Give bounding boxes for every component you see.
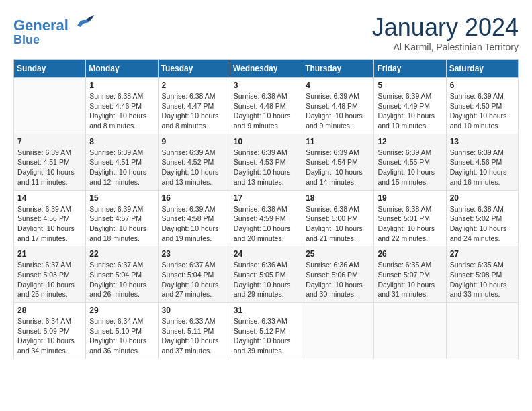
calendar-cell: 21Sunrise: 6:37 AM Sunset: 5:03 PM Dayli… <box>14 246 86 303</box>
day-info: Sunrise: 6:39 AM Sunset: 4:58 PM Dayligh… <box>162 204 226 244</box>
calendar-cell: 9Sunrise: 6:39 AM Sunset: 4:52 PM Daylig… <box>158 134 230 190</box>
day-info: Sunrise: 6:39 AM Sunset: 4:50 PM Dayligh… <box>450 91 515 131</box>
col-header-sunday: Sunday <box>14 60 86 78</box>
calendar-cell: 27Sunrise: 6:35 AM Sunset: 5:08 PM Dayli… <box>446 246 518 303</box>
calendar-cell <box>302 303 374 359</box>
calendar-cell: 18Sunrise: 6:38 AM Sunset: 5:00 PM Dayli… <box>302 190 374 246</box>
day-info: Sunrise: 6:34 AM Sunset: 5:09 PM Dayligh… <box>17 316 82 356</box>
logo-bird-icon <box>74 13 94 30</box>
week-row-1: 1Sunrise: 6:38 AM Sunset: 4:46 PM Daylig… <box>14 78 519 134</box>
logo: General Blue <box>13 13 94 47</box>
calendar-cell: 14Sunrise: 6:39 AM Sunset: 4:56 PM Dayli… <box>14 190 86 246</box>
day-number: 13 <box>450 137 515 146</box>
day-info: Sunrise: 6:39 AM Sunset: 4:56 PM Dayligh… <box>450 148 515 187</box>
calendar-cell: 22Sunrise: 6:37 AM Sunset: 5:04 PM Dayli… <box>86 246 158 303</box>
day-number: 9 <box>162 137 226 146</box>
day-info: Sunrise: 6:39 AM Sunset: 4:53 PM Dayligh… <box>234 148 298 187</box>
day-number: 8 <box>89 137 154 146</box>
day-info: Sunrise: 6:38 AM Sunset: 5:01 PM Dayligh… <box>378 204 442 244</box>
calendar-cell: 11Sunrise: 6:39 AM Sunset: 4:54 PM Dayli… <box>302 134 374 190</box>
day-number: 22 <box>89 249 154 259</box>
calendar-cell: 13Sunrise: 6:39 AM Sunset: 4:56 PM Dayli… <box>446 134 518 190</box>
day-info: Sunrise: 6:39 AM Sunset: 4:52 PM Dayligh… <box>162 148 226 187</box>
col-header-wednesday: Wednesday <box>230 60 302 78</box>
day-info: Sunrise: 6:38 AM Sunset: 5:02 PM Dayligh… <box>450 204 515 244</box>
week-row-3: 14Sunrise: 6:39 AM Sunset: 4:56 PM Dayli… <box>14 190 519 246</box>
day-info: Sunrise: 6:39 AM Sunset: 4:48 PM Dayligh… <box>306 91 370 131</box>
day-number: 21 <box>17 249 82 259</box>
calendar-cell: 7Sunrise: 6:39 AM Sunset: 4:51 PM Daylig… <box>14 134 86 190</box>
day-info: Sunrise: 6:36 AM Sunset: 5:06 PM Dayligh… <box>306 260 370 300</box>
day-info: Sunrise: 6:33 AM Sunset: 5:12 PM Dayligh… <box>234 316 298 356</box>
calendar-header-row: SundayMondayTuesdayWednesdayThursdayFrid… <box>14 60 519 78</box>
day-number: 16 <box>162 193 226 203</box>
day-number: 12 <box>378 137 442 146</box>
day-info: Sunrise: 6:37 AM Sunset: 5:03 PM Dayligh… <box>17 260 82 300</box>
day-info: Sunrise: 6:38 AM Sunset: 4:59 PM Dayligh… <box>234 204 298 244</box>
calendar-cell: 31Sunrise: 6:33 AM Sunset: 5:12 PM Dayli… <box>230 303 302 359</box>
day-number: 25 <box>306 249 370 259</box>
col-header-tuesday: Tuesday <box>158 60 230 78</box>
day-number: 23 <box>162 249 226 259</box>
day-info: Sunrise: 6:37 AM Sunset: 5:04 PM Dayligh… <box>162 260 226 300</box>
day-number: 24 <box>234 249 298 259</box>
day-info: Sunrise: 6:39 AM Sunset: 4:49 PM Dayligh… <box>378 91 442 131</box>
col-header-thursday: Thursday <box>302 60 374 78</box>
day-info: Sunrise: 6:39 AM Sunset: 4:57 PM Dayligh… <box>89 204 154 244</box>
day-info: Sunrise: 6:33 AM Sunset: 5:11 PM Dayligh… <box>162 316 226 356</box>
day-number: 2 <box>162 81 226 90</box>
calendar-cell: 1Sunrise: 6:38 AM Sunset: 4:46 PM Daylig… <box>86 78 158 134</box>
col-header-friday: Friday <box>374 60 446 78</box>
location-subtitle: Al Karmil, Palestinian Territory <box>372 42 519 52</box>
calendar-cell: 25Sunrise: 6:36 AM Sunset: 5:06 PM Dayli… <box>302 246 374 303</box>
week-row-2: 7Sunrise: 6:39 AM Sunset: 4:51 PM Daylig… <box>14 134 519 190</box>
day-number: 15 <box>89 193 154 203</box>
calendar-cell: 8Sunrise: 6:39 AM Sunset: 4:51 PM Daylig… <box>86 134 158 190</box>
day-number: 28 <box>17 306 82 315</box>
day-number: 17 <box>234 193 298 203</box>
calendar-cell: 24Sunrise: 6:36 AM Sunset: 5:05 PM Dayli… <box>230 246 302 303</box>
day-info: Sunrise: 6:39 AM Sunset: 4:56 PM Dayligh… <box>17 204 82 244</box>
day-info: Sunrise: 6:39 AM Sunset: 4:51 PM Dayligh… <box>89 148 154 187</box>
day-number: 30 <box>162 306 226 315</box>
day-number: 18 <box>306 193 370 203</box>
calendar-cell: 19Sunrise: 6:38 AM Sunset: 5:01 PM Dayli… <box>374 190 446 246</box>
day-info: Sunrise: 6:38 AM Sunset: 4:46 PM Dayligh… <box>89 91 154 131</box>
day-number: 4 <box>306 81 370 90</box>
calendar-cell: 30Sunrise: 6:33 AM Sunset: 5:11 PM Dayli… <box>158 303 230 359</box>
day-number: 26 <box>378 249 442 259</box>
day-info: Sunrise: 6:34 AM Sunset: 5:10 PM Dayligh… <box>89 316 154 356</box>
calendar-cell: 29Sunrise: 6:34 AM Sunset: 5:10 PM Dayli… <box>86 303 158 359</box>
day-info: Sunrise: 6:38 AM Sunset: 4:47 PM Dayligh… <box>162 91 226 131</box>
week-row-4: 21Sunrise: 6:37 AM Sunset: 5:03 PM Dayli… <box>14 246 519 303</box>
page-header: General Blue January 2024 Al Karmil, Pal… <box>13 13 519 52</box>
day-info: Sunrise: 6:36 AM Sunset: 5:05 PM Dayligh… <box>234 260 298 300</box>
calendar-cell: 5Sunrise: 6:39 AM Sunset: 4:49 PM Daylig… <box>374 78 446 134</box>
calendar-cell: 3Sunrise: 6:38 AM Sunset: 4:48 PM Daylig… <box>230 78 302 134</box>
day-number: 6 <box>450 81 515 90</box>
day-info: Sunrise: 6:38 AM Sunset: 5:00 PM Dayligh… <box>306 204 370 244</box>
day-info: Sunrise: 6:37 AM Sunset: 5:04 PM Dayligh… <box>89 260 154 300</box>
calendar-cell: 16Sunrise: 6:39 AM Sunset: 4:58 PM Dayli… <box>158 190 230 246</box>
calendar-cell: 12Sunrise: 6:39 AM Sunset: 4:55 PM Dayli… <box>374 134 446 190</box>
day-number: 27 <box>450 249 515 259</box>
day-info: Sunrise: 6:35 AM Sunset: 5:07 PM Dayligh… <box>378 260 442 300</box>
calendar-cell: 4Sunrise: 6:39 AM Sunset: 4:48 PM Daylig… <box>302 78 374 134</box>
title-block: January 2024 Al Karmil, Palestinian Terr… <box>372 13 519 52</box>
calendar-cell: 15Sunrise: 6:39 AM Sunset: 4:57 PM Dayli… <box>86 190 158 246</box>
day-number: 11 <box>306 137 370 146</box>
calendar-body: 1Sunrise: 6:38 AM Sunset: 4:46 PM Daylig… <box>14 78 519 359</box>
calendar-cell: 23Sunrise: 6:37 AM Sunset: 5:04 PM Dayli… <box>158 246 230 303</box>
day-info: Sunrise: 6:39 AM Sunset: 4:54 PM Dayligh… <box>306 148 370 187</box>
calendar-cell: 28Sunrise: 6:34 AM Sunset: 5:09 PM Dayli… <box>14 303 86 359</box>
calendar-table: SundayMondayTuesdayWednesdayThursdayFrid… <box>13 59 519 359</box>
calendar-cell: 17Sunrise: 6:38 AM Sunset: 4:59 PM Dayli… <box>230 190 302 246</box>
day-number: 1 <box>89 81 154 90</box>
day-number: 19 <box>378 193 442 203</box>
day-info: Sunrise: 6:39 AM Sunset: 4:51 PM Dayligh… <box>17 148 82 187</box>
col-header-saturday: Saturday <box>446 60 518 78</box>
day-info: Sunrise: 6:35 AM Sunset: 5:08 PM Dayligh… <box>450 260 515 300</box>
day-number: 29 <box>89 306 154 315</box>
day-number: 31 <box>234 306 298 315</box>
day-number: 3 <box>234 81 298 90</box>
